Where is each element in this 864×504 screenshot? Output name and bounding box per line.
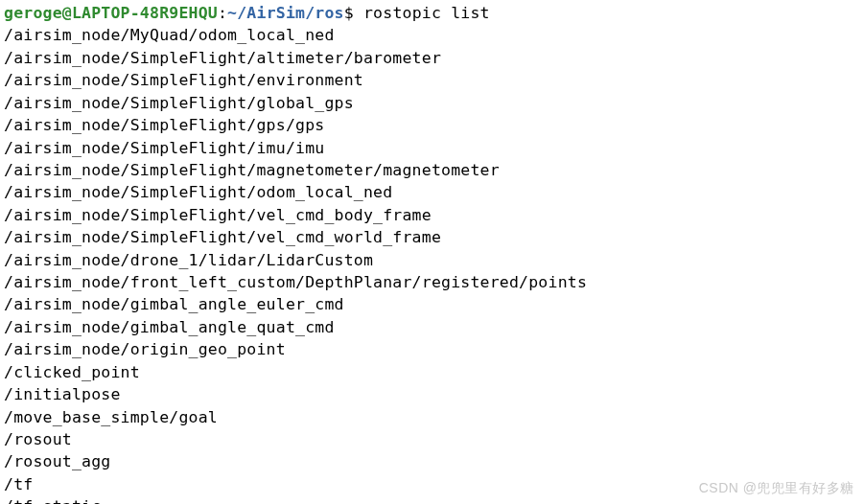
topic-line: /airsim_node/origin_geo_point [4,338,860,360]
topic-line: /airsim_node/gimbal_angle_euler_cmd [4,293,860,315]
topic-line: /airsim_node/SimpleFlight/vel_cmd_body_f… [4,204,860,226]
topic-line: /rosout_agg [4,450,860,472]
prompt-line: geroge@LAPTOP-48R9EHQU:~/AirSim/ros$ ros… [4,2,860,24]
topic-line: /airsim_node/SimpleFlight/gps/gps [4,114,860,136]
topic-line: /airsim_node/SimpleFlight/magnetometer/m… [4,159,860,181]
topic-line: /initialpose [4,383,860,405]
topic-line: /airsim_node/SimpleFlight/altimeter/baro… [4,47,860,69]
topic-line: /airsim_node/SimpleFlight/odom_local_ned [4,181,860,203]
topic-line: /rosout [4,428,860,450]
topic-line: /airsim_node/SimpleFlight/imu/imu [4,137,860,159]
topic-line: /tf [4,473,860,495]
cwd-path: ~/AirSim/ros [227,4,344,22]
topic-line: /airsim_node/SimpleFlight/global_gps [4,92,860,114]
user-host: geroge@LAPTOP-48R9EHQU [4,4,218,22]
topic-line: /clicked_point [4,361,860,383]
topic-line: /airsim_node/MyQuad/odom_local_ned [4,24,860,46]
topic-line: /airsim_node/SimpleFlight/environment [4,69,860,91]
topic-line: /airsim_node/drone_1/lidar/LidarCustom [4,249,860,271]
command-text[interactable]: rostopic list [363,4,490,22]
topic-list: /airsim_node/MyQuad/odom_local_ned/airsi… [4,24,860,504]
topic-line: /airsim_node/gimbal_angle_quat_cmd [4,316,860,338]
topic-line: /move_base_simple/goal [4,406,860,428]
topic-line: /airsim_node/front_left_custom/DepthPlan… [4,271,860,293]
dollar-sign: $ [344,4,354,22]
topic-line: /airsim_node/SimpleFlight/vel_cmd_world_… [4,226,860,248]
topic-line: /tf_static [4,495,860,504]
colon: : [218,4,227,22]
